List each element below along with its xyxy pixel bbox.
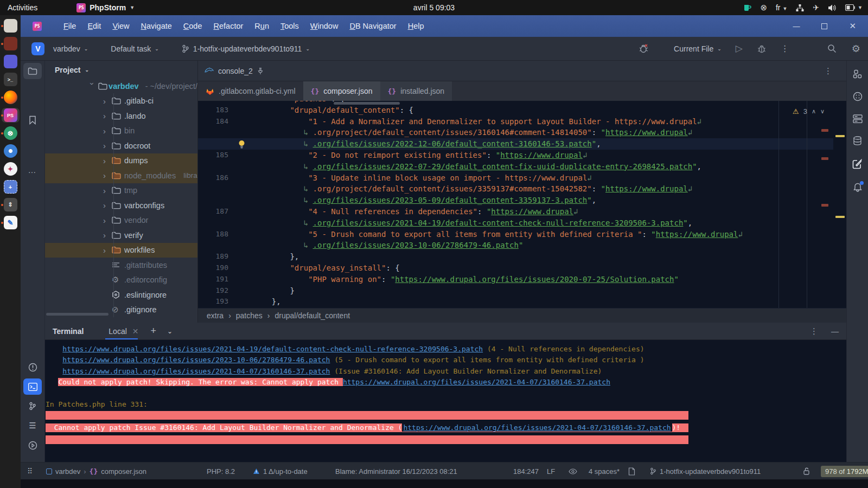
status-grid-icon[interactable]: ⠿ xyxy=(27,463,33,480)
structure-tool-button[interactable] xyxy=(853,69,862,79)
network-icon[interactable] xyxy=(796,4,804,12)
code-editor[interactable]: "patches": {183 "drupal/default_content"… xyxy=(198,101,833,308)
project-panel-header[interactable]: Project ⌄ xyxy=(45,61,197,79)
volume-icon[interactable] xyxy=(828,4,837,12)
prev-warning-icon[interactable]: ∧ xyxy=(812,108,816,115)
status-blame[interactable]: Blame: Administrator 16/12/2023 08:21 xyxy=(335,463,457,480)
pin-icon[interactable] xyxy=(257,67,264,75)
minimize-button[interactable]: — xyxy=(793,22,800,30)
code-link[interactable]: .org/files/issues/2021-04-19/default-con… xyxy=(313,219,684,227)
status-lock-icon[interactable] xyxy=(803,463,810,480)
dock-item-phpstorm[interactable]: PS xyxy=(1,108,20,123)
tree-item-dumps[interactable]: ›dumps xyxy=(45,153,197,169)
breadcrumb-package[interactable]: drupal/default_content xyxy=(275,311,350,320)
terminal-link[interactable]: https://www.drupal.org/files/issues/2021… xyxy=(62,367,330,375)
tree-item-docroot[interactable]: ›docroot xyxy=(45,138,197,153)
run-configuration-selector[interactable]: Current File⌄ xyxy=(674,44,722,53)
status-git-branch[interactable]: 1-hotfix-updateverbdev901to911 xyxy=(650,463,761,480)
dock-item-firefox[interactable] xyxy=(1,90,20,105)
project-widget[interactable]: varbdev⌄ xyxy=(53,44,88,53)
services-tool-button[interactable] xyxy=(23,437,42,453)
code-link[interactable]: .org/files/issues/2022-07-29/default_con… xyxy=(313,162,693,171)
search-everywhere-icon[interactable] xyxy=(827,44,837,53)
tab-.gitlabcom.gitlab-ci.yml[interactable]: .gitlabcom.gitlab-ci.yml xyxy=(198,81,303,101)
status-memory-indicator[interactable]: 978 of 1792M xyxy=(821,463,868,480)
editor-options-icon[interactable]: ⋮ xyxy=(824,66,832,76)
code-link[interactable]: .org/files/issues/2023-05-09/default_con… xyxy=(313,196,588,204)
airplane-mode-icon[interactable]: ✈ xyxy=(813,3,819,12)
run-task-widget[interactable]: Default task⌄ xyxy=(111,44,158,53)
settings-gear-icon[interactable]: ⚙ xyxy=(852,43,860,55)
ai-assistant-tool-button[interactable] xyxy=(853,92,863,101)
run-button[interactable]: ▷ xyxy=(736,43,743,54)
code-link[interactable]: .org/files/issues/2023-10-06/2786479-46.… xyxy=(313,241,519,249)
menu-tools[interactable]: Tools xyxy=(280,22,299,30)
tab-installed.json[interactable]: {}installed.json xyxy=(380,81,452,101)
dock-item-archive-app[interactable]: ⇕ xyxy=(1,197,20,212)
dock-item-chromium[interactable] xyxy=(1,144,20,158)
close-tab-icon[interactable]: ✕ xyxy=(132,327,139,336)
menu-view[interactable]: View xyxy=(112,22,129,30)
tree-item-node_modules[interactable]: ›node_moduleslibrary ro xyxy=(45,168,197,183)
code-link[interactable]: .org/files/issues/2022-12-06/default_con… xyxy=(313,139,592,148)
status-highlighting-icon[interactable] xyxy=(569,463,577,480)
terminal-options-icon[interactable]: ⋮ xyxy=(810,326,818,336)
inspections-widget[interactable]: ⚠ 3 ∧ ∨ xyxy=(793,107,825,115)
hide-terminal-icon[interactable]: — xyxy=(831,327,839,336)
tree-item-.gitlab-ci[interactable]: ›.gitlab-ci xyxy=(45,94,197,109)
vcs-branch-widget[interactable]: 1-hotfix-updateverbdev901to911⌄ xyxy=(182,44,310,53)
intention-bulb-icon[interactable] xyxy=(238,140,245,149)
menu-db-navigator[interactable]: DB Navigator xyxy=(349,22,396,30)
dock-item-files-app[interactable] xyxy=(1,18,20,33)
code-link[interactable]: https://www.drupal xyxy=(491,207,573,216)
menu-window[interactable]: Window xyxy=(310,22,339,30)
notifications-tool-button[interactable] xyxy=(853,182,863,192)
todo-tool-button[interactable]: ☰ xyxy=(23,418,42,434)
tree-item-bin[interactable]: ›bin xyxy=(45,124,197,139)
dock-item-terminal-app[interactable]: >_ xyxy=(1,72,20,87)
terminal-title[interactable]: Terminal xyxy=(53,327,84,336)
breadcrumb-extra[interactable]: extra xyxy=(207,311,224,320)
next-warning-icon[interactable]: ∨ xyxy=(820,108,825,115)
project-tool-button[interactable] xyxy=(23,63,42,79)
close-button[interactable]: ✕ xyxy=(849,21,856,31)
tree-horizontal-scrollbar[interactable] xyxy=(46,313,108,316)
debug-button[interactable] xyxy=(757,44,767,54)
menu-help[interactable]: Help xyxy=(408,22,424,30)
documentation-tool-button[interactable] xyxy=(852,159,863,169)
status-caret-position[interactable]: 184:247 xyxy=(513,463,539,480)
terminal-link[interactable]: https://www.drupal.org/files/issues/2021… xyxy=(402,423,672,432)
terminal-tool-button[interactable] xyxy=(23,378,42,395)
tree-item-tmp[interactable]: ›tmp xyxy=(45,183,197,198)
terminal-link[interactable]: https://www.drupal.org/files/issues/2021… xyxy=(62,345,483,353)
status-php-version[interactable]: PHP: 8.2 xyxy=(207,463,235,480)
battery-indicator[interactable]: ▼ xyxy=(845,4,863,11)
servers-tool-button[interactable] xyxy=(853,114,863,123)
terminal-link[interactable]: https://www.drupal.org/files/issues/2023… xyxy=(62,356,330,364)
status-indent[interactable]: 4 spaces* xyxy=(589,463,620,480)
code-link[interactable]: https://www.drupal xyxy=(605,184,688,193)
new-terminal-button[interactable]: + xyxy=(151,325,157,337)
tree-item-verify[interactable]: ›verify xyxy=(45,228,197,243)
terminal-tab-local[interactable]: Local ✕ xyxy=(108,323,138,339)
dock-item-editor-app[interactable]: ✎ xyxy=(1,215,20,230)
tree-item-.lando[interactable]: ›.lando xyxy=(45,108,197,124)
status-column-mode-icon[interactable] xyxy=(628,463,635,480)
tab-composer.json[interactable]: {}composer.json xyxy=(303,81,380,101)
menu-navigate[interactable]: Navigate xyxy=(141,22,172,30)
tree-item-workfiles[interactable]: ›workfiles xyxy=(45,243,197,258)
code-link[interactable]: https://www.drupal xyxy=(605,128,688,137)
terminal-link[interactable]: https://www.drupal.org/files/issues/2021… xyxy=(343,378,610,386)
tab-console-2[interactable]: console_2 xyxy=(205,67,264,75)
tree-item-vendor[interactable]: ›vendor xyxy=(45,213,197,228)
git-tool-button[interactable] xyxy=(23,398,42,414)
terminal-dropdown-icon[interactable]: ⌄ xyxy=(167,328,173,335)
no-debug-listen-icon[interactable] xyxy=(639,43,649,54)
tree-item-.gitattributes[interactable]: ›.gitattributes xyxy=(45,258,197,273)
status-file-path[interactable]: varbdev › {} composer.json xyxy=(46,463,146,480)
dock-item-remmina[interactable]: ⊗ xyxy=(1,126,20,140)
code-link[interactable]: https://www.drupal xyxy=(500,151,583,159)
tree-item-.editorconfig[interactable]: ›⚙.editorconfig xyxy=(45,273,197,288)
dock-item-library-app[interactable] xyxy=(1,54,20,69)
status-line-separator[interactable]: LF xyxy=(547,463,555,480)
